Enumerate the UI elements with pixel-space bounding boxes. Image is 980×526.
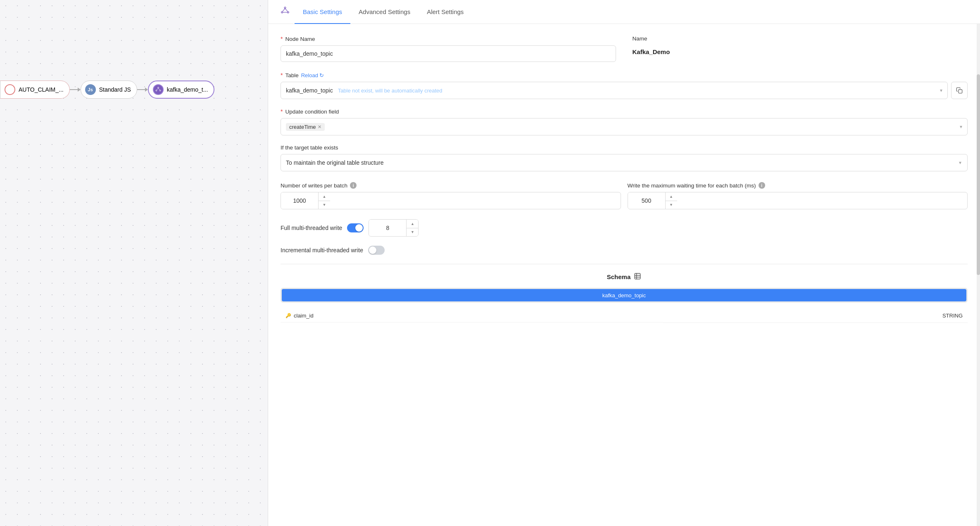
incremental-multi-thread-label: Incremental multi-threaded write <box>281 247 363 254</box>
node-standard-js[interactable]: Js Standard JS <box>81 81 137 99</box>
full-multi-thread-down-button[interactable]: ▼ <box>407 228 418 237</box>
svg-rect-12 <box>635 273 641 279</box>
standard-js-label: Standard JS <box>99 86 131 93</box>
svg-point-0 <box>157 87 159 88</box>
incremental-multi-thread-knob <box>369 246 376 254</box>
max-wait-input[interactable] <box>628 192 665 209</box>
full-multi-thread-spinbox: ▲ ▼ <box>369 219 419 237</box>
writes-per-batch-down-button[interactable]: ▼ <box>319 201 330 209</box>
form-content: * Node Name Name Kafka_Demo * Table Relo… <box>268 24 980 526</box>
writes-per-batch-label: Number of writes per batch i <box>281 182 621 189</box>
js-icon: Js <box>85 84 96 95</box>
schema-title: Schema <box>281 272 968 281</box>
kafka-icon <box>153 84 164 95</box>
name-label: Name <box>633 36 968 42</box>
node-name-label: * Node Name <box>281 36 616 42</box>
create-time-tag: createTime ✕ <box>286 123 325 131</box>
settings-panel: Basic Settings Advanced Settings Alert S… <box>268 0 980 526</box>
full-multi-thread-row: Full multi-threaded write ▲ ▼ <box>281 219 968 237</box>
max-wait-info-icon[interactable]: i <box>759 182 765 189</box>
table-dropdown[interactable]: kafka_demo_topic Table not exist, will b… <box>281 82 948 99</box>
schema-field-name: claim_id <box>294 313 314 319</box>
tab-alert-settings[interactable]: Alert Settings <box>419 0 472 24</box>
table-required: * <box>281 72 283 78</box>
update-condition-group: * Update condition field createTime ✕ ▾ <box>281 108 968 135</box>
update-condition-label: * Update condition field <box>281 108 968 115</box>
writes-per-batch-up-button[interactable]: ▲ <box>319 192 330 201</box>
writes-per-batch-spinbox: ▲ ▼ <box>281 192 621 209</box>
target-table-value: To maintain the original table structure <box>286 159 384 166</box>
connector-1 <box>70 88 81 92</box>
svg-point-7 <box>288 12 289 13</box>
full-multi-thread-knob <box>355 224 363 232</box>
table-dropdown-arrow-icon: ▾ <box>940 88 942 93</box>
max-wait-col: Write the maximum waiting time for each … <box>628 182 968 209</box>
max-wait-buttons: ▲ ▼ <box>665 192 677 209</box>
connector-2 <box>137 88 148 92</box>
update-condition-input[interactable]: createTime ✕ ▾ <box>281 118 968 135</box>
node-name-input[interactable] <box>281 45 616 62</box>
tab-advanced-settings[interactable]: Advanced Settings <box>350 0 419 24</box>
tags-dropdown-arrow-icon: ▾ <box>960 124 962 130</box>
full-multi-thread-input[interactable] <box>369 220 406 236</box>
schema-field-name-cell: 🔑 claim_id <box>281 309 663 322</box>
full-multi-thread-toggle[interactable] <box>347 223 364 232</box>
full-multi-thread-label: Full multi-threaded write <box>281 225 342 231</box>
schema-divider <box>281 264 968 264</box>
node-kafka[interactable]: kafka_demo_t... <box>148 81 215 99</box>
max-wait-label: Write the maximum waiting time for each … <box>628 182 968 189</box>
max-wait-spinbox: ▲ ▼ <box>628 192 968 209</box>
node-auto-claim[interactable]: AUTO_CLAIM_... <box>0 81 70 99</box>
svg-line-4 <box>158 88 160 90</box>
connector-arrow-1 <box>78 88 81 92</box>
table-input-row: kafka_demo_topic Table not exist, will b… <box>281 82 968 99</box>
writes-per-batch-col: Number of writes per batch i ▲ ▼ <box>281 182 621 209</box>
table-group: * Table Reload ↻ kafka_demo_topic Table … <box>281 72 968 99</box>
pipeline-canvas: AUTO_CLAIM_... Js Standard JS <box>0 0 268 526</box>
reload-icon: ↻ <box>319 72 324 78</box>
schema-tab-kafka[interactable]: kafka_demo_topic <box>282 289 966 301</box>
incremental-multi-thread-row: Incremental multi-threaded write <box>281 246 968 255</box>
tab-basic-settings[interactable]: Basic Settings <box>295 0 350 24</box>
svg-line-8 <box>283 9 285 12</box>
schema-row-claim-id: 🔑 claim_id STRING <box>281 309 968 322</box>
schema-tab-bar: kafka_demo_topic <box>281 288 968 303</box>
svg-point-6 <box>281 12 283 13</box>
table-label: * Table Reload ↻ <box>281 72 968 78</box>
svg-point-5 <box>284 7 286 9</box>
target-table-label: If the target table exists <box>281 145 968 151</box>
table-copy-button[interactable] <box>951 82 968 99</box>
name-group: Name Kafka_Demo <box>633 36 968 62</box>
full-multi-thread-up-button[interactable]: ▲ <box>407 220 418 228</box>
incremental-multi-thread-toggle[interactable] <box>368 246 385 255</box>
key-icon: 🔑 <box>285 313 291 318</box>
svg-point-2 <box>159 90 161 91</box>
svg-point-1 <box>156 90 157 91</box>
tag-close-icon[interactable]: ✕ <box>318 124 321 130</box>
reload-button[interactable]: Reload ↻ <box>301 72 324 78</box>
schema-table-icon <box>634 272 641 281</box>
writes-per-batch-input[interactable] <box>281 192 318 209</box>
node-name-required: * <box>281 36 283 42</box>
node-name-row: * Node Name Name Kafka_Demo <box>281 36 968 62</box>
kafka-label: kafka_demo_t... <box>167 86 208 93</box>
max-wait-down-button[interactable]: ▼ <box>666 201 677 209</box>
connector-line-1 <box>70 89 78 90</box>
settings-icon <box>281 6 290 17</box>
connector-arrow-2 <box>145 88 148 92</box>
target-table-arrow-icon: ▾ <box>959 160 961 166</box>
auto-claim-icon <box>5 84 15 95</box>
max-wait-up-button[interactable]: ▲ <box>666 192 677 201</box>
pipeline-flow: AUTO_CLAIM_... Js Standard JS <box>0 81 214 99</box>
scrollbar-thumb[interactable] <box>977 74 980 275</box>
table-dropdown-value: kafka_demo_topic <box>286 87 333 94</box>
schema-field-type: STRING <box>663 309 968 322</box>
writes-per-batch-info-icon[interactable]: i <box>350 182 357 189</box>
writes-per-batch-buttons: ▲ ▼ <box>318 192 330 209</box>
svg-line-9 <box>285 9 288 12</box>
auto-claim-label: AUTO_CLAIM_... <box>19 86 64 93</box>
update-condition-required: * <box>281 108 283 115</box>
schema-table: 🔑 claim_id STRING <box>281 309 968 323</box>
target-table-group: If the target table exists To maintain t… <box>281 145 968 171</box>
target-table-dropdown[interactable]: To maintain the original table structure… <box>281 154 968 171</box>
